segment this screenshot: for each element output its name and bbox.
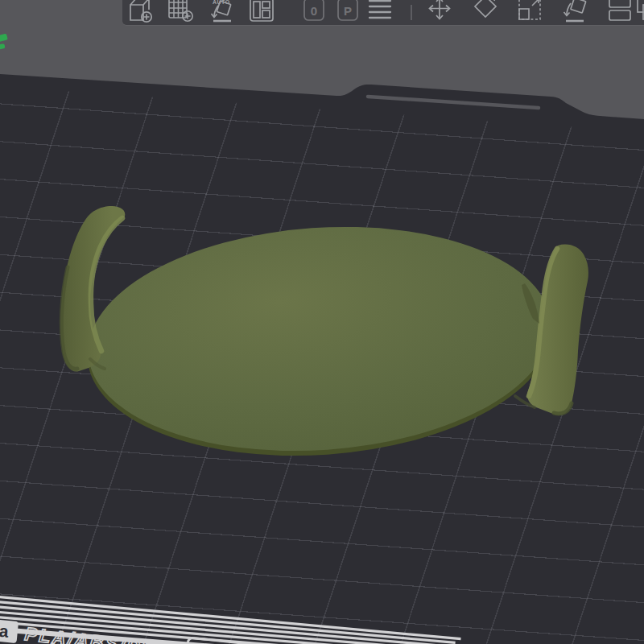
rotate-button[interactable]: [469, 0, 502, 25]
badge-zero-icon: 0: [304, 0, 324, 20]
scene-objects: a PLA/ABS/PETG: [0, 0, 644, 644]
svg-text:0: 0: [311, 4, 317, 18]
layers-list-button[interactable]: [364, 0, 396, 25]
move-icon: [430, 0, 450, 19]
slicer-app: { "toolbar": { "items": [ {"name": "add-…: [0, 0, 644, 644]
add-object-button[interactable]: [126, 0, 158, 25]
badge-p-button[interactable]: P: [332, 0, 364, 25]
place-on-face-button[interactable]: [559, 0, 592, 25]
layers-list-icon: [369, 1, 390, 18]
badge-zero-button[interactable]: 0: [298, 0, 330, 25]
top-toolbar: AUTO 0: [122, 0, 644, 25]
toolbar-separator: [411, 5, 412, 20]
split-layout-icon: [250, 0, 273, 21]
split-to-objects-icon: [609, 0, 630, 20]
model-tray[interactable]: [60, 206, 588, 471]
add-object-icon: [130, 0, 151, 22]
add-plate-button[interactable]: [166, 0, 198, 25]
auto-arrange-icon: AUTO: [212, 0, 232, 21]
auto-arrange-button[interactable]: AUTO: [206, 0, 238, 25]
place-on-face-icon: [564, 0, 586, 21]
scale-icon: [519, 0, 540, 19]
rotate-icon: [475, 0, 496, 17]
move-button[interactable]: [424, 0, 456, 25]
split-to-parts-button[interactable]: [631, 0, 644, 25]
plate-logo: a: [0, 619, 19, 643]
scale-button[interactable]: [514, 0, 547, 25]
split-to-parts-icon: [638, 0, 644, 19]
badge-p-icon: P: [338, 0, 357, 20]
svg-text:P: P: [344, 4, 352, 18]
add-plate-icon: [169, 0, 192, 21]
split-layout-button[interactable]: [246, 0, 279, 25]
